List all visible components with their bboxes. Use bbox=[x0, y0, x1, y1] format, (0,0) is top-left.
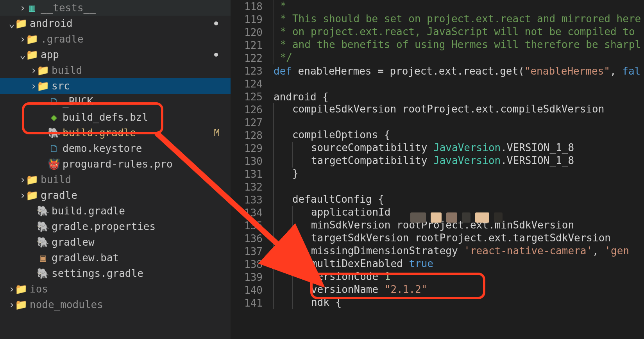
tree-item-build-root[interactable]: › 📁 build bbox=[0, 172, 231, 187]
tree-label: ios bbox=[30, 283, 48, 295]
code-text: rootProject.ext.targetSdkVersion bbox=[415, 232, 611, 244]
bazel-file-icon: ◆ bbox=[48, 111, 59, 123]
code-text: * on project.ext.react, JavaScript will … bbox=[274, 26, 641, 37]
line-number: 123 bbox=[231, 64, 263, 77]
code-text: 'gen bbox=[605, 245, 629, 257]
chevron-right-icon: › bbox=[19, 189, 27, 201]
code-text: missingDimensionStrategy bbox=[311, 245, 464, 257]
gradle-file-icon: 🐘 bbox=[38, 268, 48, 279]
tree-item-build-defs[interactable]: ◆ build_defs.bzl bbox=[0, 109, 231, 125]
code-text: { bbox=[384, 129, 390, 141]
folder-icon: 📁 bbox=[27, 174, 38, 186]
android-folder-icon: 📁 bbox=[16, 18, 27, 29]
ios-folder-icon: 📁 bbox=[16, 283, 27, 295]
tree-label: build.gradle bbox=[52, 205, 125, 217]
tree-item-buck[interactable]: 🗋 _BUCK bbox=[0, 94, 231, 109]
modified-dot-icon bbox=[214, 53, 218, 57]
code-text: android bbox=[274, 91, 317, 103]
code-text: * bbox=[274, 0, 286, 12]
line-number: 126 bbox=[231, 103, 263, 116]
code-text: = bbox=[377, 65, 390, 77]
chevron-down-icon: ⌄ bbox=[19, 49, 27, 61]
tree-label: build_defs.bzl bbox=[63, 111, 148, 123]
code-text: "2.1.2" bbox=[385, 284, 428, 295]
code-text: compileSdkVersion bbox=[292, 103, 402, 115]
app-folder-icon: 📁 bbox=[27, 49, 38, 61]
code-content[interactable]: * * This should be set on project.ext.re… bbox=[274, 0, 644, 339]
tree-label: node_modules bbox=[30, 299, 103, 310]
code-editor[interactable]: 118 119 120 121 122 123 124 125 126 127 … bbox=[231, 0, 644, 339]
tree-item-demo-keystore[interactable]: 🗋 demo.keystore bbox=[0, 141, 231, 156]
line-number: 131 bbox=[231, 168, 263, 180]
tree-label: gradle bbox=[41, 189, 77, 201]
code-text: def bbox=[274, 65, 292, 77]
code-text: .VERSION_1_8 bbox=[501, 155, 574, 166]
code-text: ndk bbox=[311, 296, 336, 308]
tree-label: settings.gradle bbox=[52, 268, 143, 279]
tree-label: gradlew bbox=[52, 236, 95, 248]
line-number: 133 bbox=[231, 193, 263, 206]
tree-item-dotgradle[interactable]: › 📁 .gradle bbox=[0, 31, 231, 47]
code-text: compileOptions bbox=[292, 129, 384, 141]
tree-label: android bbox=[30, 18, 73, 29]
proguard-file-icon: 👹 bbox=[48, 158, 59, 170]
node-modules-folder-icon: 📁 bbox=[16, 299, 27, 310]
line-number: 141 bbox=[231, 296, 263, 309]
tree-item-app[interactable]: ⌄ 📁 app bbox=[0, 47, 231, 62]
file-explorer[interactable]: › ▥ __tests__ ⌄ 📁 android › 📁 .gradle ⌄ … bbox=[0, 0, 231, 339]
tree-label: __tests__ bbox=[41, 2, 96, 14]
tree-item-src[interactable]: › 📁 src bbox=[0, 78, 231, 94]
code-text: } bbox=[292, 168, 299, 179]
code-text: { bbox=[336, 296, 342, 308]
line-number: 134 bbox=[231, 206, 263, 219]
code-text: 'react-native-camera' bbox=[464, 245, 592, 257]
tree-item-ios[interactable]: › 📁 ios bbox=[0, 281, 231, 297]
tree-item-build[interactable]: › 📁 build bbox=[0, 62, 231, 78]
tree-item-proguard[interactable]: 👹 proguard-rules.pro bbox=[0, 156, 231, 172]
tree-item-gradlew-bat[interactable]: ▣ gradlew.bat bbox=[0, 250, 231, 266]
code-text: targetSdkVersion bbox=[311, 232, 415, 244]
line-number: 132 bbox=[231, 180, 263, 193]
code-text: targetCompatibility bbox=[311, 155, 433, 166]
modified-dot-icon bbox=[214, 21, 218, 25]
code-text: .VERSION_1_8 bbox=[501, 142, 574, 153]
tree-item-gradlew[interactable]: 🐘 gradlew bbox=[0, 234, 231, 250]
folder-icon: 📁 bbox=[38, 64, 48, 76]
code-text: { bbox=[378, 193, 384, 205]
tree-label: build.gradle bbox=[63, 127, 136, 139]
code-text: * and the benefits of using Hermes will … bbox=[274, 39, 641, 50]
file-icon: 🗋 bbox=[48, 143, 59, 154]
tree-item-tests[interactable]: › ▥ __tests__ bbox=[0, 0, 231, 16]
tree-item-build-gradle-root[interactable]: 🐘 build.gradle bbox=[0, 203, 231, 219]
code-text: enableHermes bbox=[292, 65, 377, 77]
line-number: 135 bbox=[231, 219, 263, 232]
tree-item-gradle-dir[interactable]: › 📁 gradle bbox=[0, 187, 231, 203]
line-number: 121 bbox=[231, 39, 263, 52]
tree-label: .gradle bbox=[41, 33, 84, 45]
tree-item-settings-gradle[interactable]: 🐘 settings.gradle bbox=[0, 266, 231, 281]
code-text: true bbox=[409, 258, 433, 269]
tree-item-node-modules[interactable]: › 📁 node_modules bbox=[0, 297, 231, 312]
tree-item-gradle-props[interactable]: 🐘 gradle.properties bbox=[0, 219, 231, 234]
code-text: minSdkVersion bbox=[311, 219, 397, 231]
chevron-right-icon: › bbox=[8, 283, 16, 295]
gradle-file-icon: 🐘 bbox=[38, 205, 48, 217]
line-number: 130 bbox=[231, 155, 263, 168]
tree-label: proguard-rules.pro bbox=[63, 158, 173, 170]
chevron-right-icon: › bbox=[30, 80, 38, 92]
chevron-down-icon: ⌄ bbox=[8, 18, 16, 29]
chevron-right-icon: › bbox=[19, 2, 27, 14]
code-text: 1 bbox=[385, 271, 391, 282]
modified-badge: M bbox=[214, 127, 220, 138]
code-text: versionCode bbox=[311, 271, 385, 282]
bat-file-icon: ▣ bbox=[38, 252, 48, 264]
line-number: 125 bbox=[231, 90, 263, 103]
code-text: applicationId bbox=[311, 206, 391, 218]
line-number: 120 bbox=[231, 26, 263, 39]
line-number: 124 bbox=[231, 77, 263, 90]
tree-item-android[interactable]: ⌄ 📁 android bbox=[0, 16, 231, 31]
tree-item-build-gradle[interactable]: 🐘 build.gradle M bbox=[0, 125, 231, 141]
code-text: fal bbox=[622, 65, 640, 77]
tree-label: gradlew.bat bbox=[52, 252, 119, 264]
line-number: 119 bbox=[231, 13, 263, 26]
